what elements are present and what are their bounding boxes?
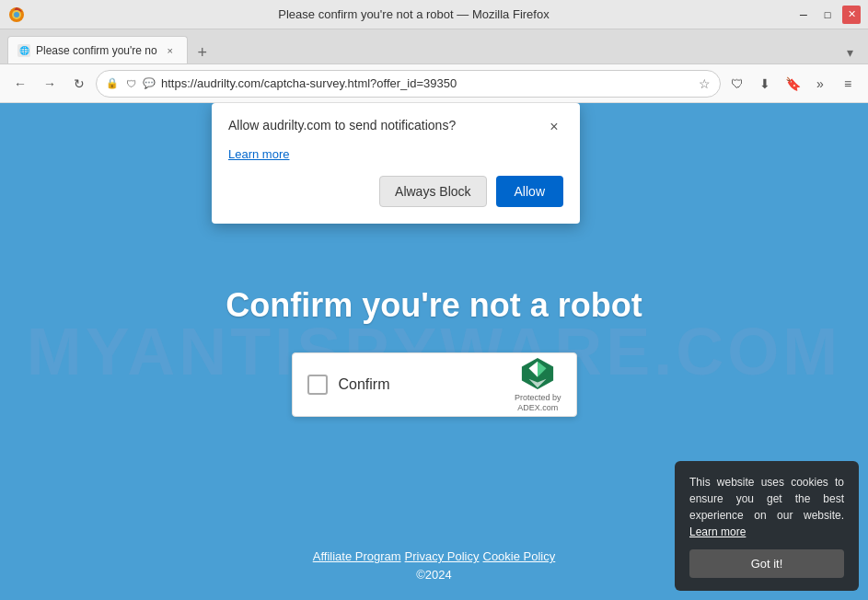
window-controls: ─ □ ✕: [794, 6, 861, 24]
cookie-consent-text: This website uses cookies to ensure you …: [689, 474, 844, 540]
captcha-logo-text: Protected by ADEX.com: [515, 393, 561, 413]
maximize-button[interactable]: □: [818, 6, 837, 24]
popup-learn-more-link[interactable]: Learn more: [228, 147, 289, 161]
tab-close-button[interactable]: ×: [163, 43, 178, 58]
page-content: MYANTISPYWARE.COM Confirm you're not a r…: [0, 103, 868, 600]
title-bar: Please confirm you're not a robot — Mozi…: [0, 0, 868, 29]
captcha-checkbox[interactable]: [307, 375, 328, 395]
tab-title: Please confirm you're no: [36, 44, 157, 57]
privacy-policy-link[interactable]: Privacy Policy: [405, 549, 480, 563]
footer-links: Affiliate Program Privacy Policy Cookie …: [313, 549, 556, 563]
popup-action-buttons: Always Block Allow: [228, 176, 563, 207]
cookie-got-it-button[interactable]: Got it!: [689, 549, 844, 578]
footer-copyright: ©2024: [416, 568, 452, 582]
allow-button[interactable]: Allow: [496, 176, 563, 207]
new-tab-button[interactable]: +: [191, 41, 214, 63]
window-title: Please confirm you're not a robot — Mozi…: [33, 7, 794, 21]
cookie-policy-link[interactable]: Cookie Policy: [483, 549, 556, 563]
tab-bar: 🌐 Please confirm you're no × + ▾: [0, 29, 868, 64]
browser-window: Please confirm you're not a robot — Mozi…: [0, 0, 868, 600]
close-window-button[interactable]: ✕: [842, 6, 861, 24]
captcha-logo: Protected by ADEX.com: [515, 356, 561, 413]
overflow-button[interactable]: »: [807, 71, 833, 97]
popup-close-button[interactable]: ×: [545, 118, 563, 136]
lock-icon: 🛡: [124, 77, 137, 90]
minimize-button[interactable]: ─: [794, 6, 813, 24]
security-icon: 🔒: [106, 77, 119, 90]
popup-header: Allow audrilty.com to send notifications…: [228, 118, 563, 136]
cookie-consent-popup: This website uses cookies to ensure you …: [675, 461, 859, 591]
back-button[interactable]: ←: [7, 71, 33, 97]
bookmark-star-icon[interactable]: ☆: [699, 76, 711, 91]
cookie-learn-more-link[interactable]: Learn more: [689, 525, 746, 538]
navigation-bar: ← → ↻ 🔒 🛡 💬 https://audrilty.com/captcha…: [0, 64, 868, 103]
always-block-button[interactable]: Always Block: [379, 176, 486, 207]
forward-button[interactable]: →: [37, 71, 63, 97]
tab-favicon-icon: 🌐: [17, 44, 30, 57]
menu-button[interactable]: ≡: [835, 71, 861, 97]
nav-action-buttons: 🛡 ⬇ 🔖 » ≡: [724, 71, 861, 97]
address-bar[interactable]: 🔒 🛡 💬 https://audrilty.com/captcha-surve…: [96, 70, 721, 98]
notification-popup: Allow audrilty.com to send notifications…: [212, 103, 580, 224]
tab-dropdown-button[interactable]: ▾: [839, 41, 861, 63]
reload-button[interactable]: ↻: [66, 71, 92, 97]
page-heading: Confirm you're not a robot: [226, 286, 642, 325]
svg-point-2: [14, 12, 19, 17]
captcha-box: Confirm Protected by ADEX.com: [292, 352, 577, 417]
browser-tab[interactable]: 🌐 Please confirm you're no ×: [7, 36, 188, 63]
notify-icon: 💬: [143, 77, 156, 90]
captcha-label: Confirm: [339, 376, 503, 393]
shield-button[interactable]: 🛡: [724, 71, 750, 97]
firefox-logo: [7, 6, 26, 24]
affiliate-program-link[interactable]: Affiliate Program: [313, 549, 401, 563]
download-button[interactable]: ⬇: [752, 71, 778, 97]
adex-logo-icon: [520, 356, 555, 391]
url-text: https://audrilty.com/captcha-survey.html…: [161, 76, 693, 90]
bookmark-button[interactable]: 🔖: [780, 71, 805, 97]
popup-title: Allow audrilty.com to send notifications…: [228, 118, 456, 133]
